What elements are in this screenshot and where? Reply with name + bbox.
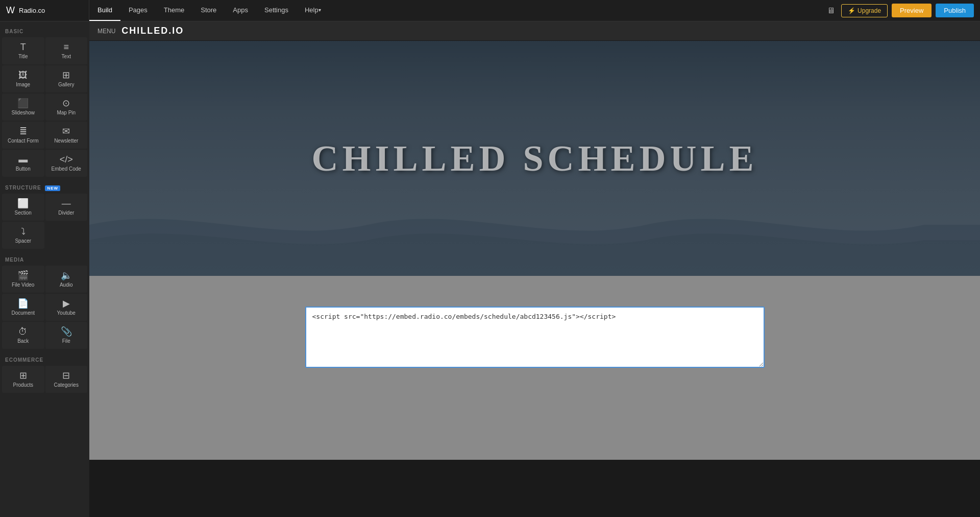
image-icon: 🖼: [18, 70, 28, 80]
sidebar: BASIC T Title ≡ Text 🖼 Image ⊞ Gallery ⬛…: [0, 21, 89, 517]
basic-grid: T Title ≡ Text 🖼 Image ⊞ Gallery ⬛ Slide…: [0, 36, 89, 178]
hero-title: CHILLED SCHEDULE: [311, 137, 757, 180]
content-section: <script src="https://embed.radio.co/embe…: [89, 276, 980, 460]
wave-svg: [89, 174, 980, 276]
sidebar-item-products[interactable]: ⊞ Products: [2, 366, 44, 393]
youtube-icon: ▶: [63, 299, 70, 308]
upgrade-button[interactable]: Upgrade: [841, 4, 888, 17]
hero-section: CHILLED SCHEDULE: [89, 41, 980, 276]
sidebar-item-divider[interactable]: — Divider: [45, 194, 88, 221]
menu-label: MENU: [97, 28, 115, 35]
site-logo-text: CHILLED.IO: [121, 26, 184, 36]
device-preview-icon[interactable]: 🖥: [827, 6, 835, 15]
audio-icon: 🔈: [61, 271, 72, 280]
nav-apps[interactable]: Apps: [225, 0, 256, 21]
sidebar-item-file-video[interactable]: 🎬 File Video: [2, 266, 44, 293]
sidebar-item-gallery[interactable]: ⊞ Gallery: [45, 65, 88, 92]
file-video-icon: 🎬: [17, 271, 29, 280]
document-icon: 📄: [17, 299, 29, 308]
categories-icon: ⊟: [62, 371, 70, 380]
embed-code-textarea[interactable]: <script src="https://embed.radio.co/embe…: [305, 307, 765, 368]
section-label-ecommerce: ECOMMERCE: [0, 352, 89, 365]
sidebar-item-back[interactable]: ⏱ Back: [2, 322, 44, 349]
sidebar-item-audio[interactable]: 🔈 Audio: [45, 266, 88, 293]
sidebar-item-map[interactable]: ⊙ Map Pin: [45, 93, 88, 121]
sidebar-item-contact-form[interactable]: ≣ Contact Form: [2, 122, 44, 149]
file-icon: 📎: [61, 327, 72, 336]
contact-form-icon: ≣: [19, 127, 27, 136]
sidebar-item-file[interactable]: 📎 File: [45, 322, 88, 349]
sidebar-item-youtube[interactable]: ▶ Youtube: [45, 294, 88, 321]
top-navigation: W Radio.co Build Pages Theme Store Apps …: [0, 0, 980, 21]
publish-button[interactable]: Publish: [936, 4, 974, 17]
new-badge: NEW: [45, 185, 60, 191]
nav-help[interactable]: Help: [297, 0, 329, 21]
nav-theme[interactable]: Theme: [156, 0, 192, 21]
media-grid: 🎬 File Video 🔈 Audio 📄 Document ▶ Youtub…: [0, 265, 89, 350]
sidebar-item-embed-code[interactable]: </> Embed Code: [45, 150, 88, 177]
top-nav-right: 🖥 Upgrade Preview Publish: [827, 4, 980, 17]
newsletter-icon: ✉: [62, 127, 70, 136]
preview-button[interactable]: Preview: [892, 4, 932, 17]
sidebar-item-spacer[interactable]: ⤵ Spacer: [2, 222, 44, 249]
map-icon: ⊙: [62, 99, 70, 108]
sidebar-item-categories[interactable]: ⊟ Categories: [45, 366, 88, 393]
spacer-icon: ⤵: [21, 227, 26, 236]
sidebar-item-newsletter[interactable]: ✉ Newsletter: [45, 122, 88, 149]
divider-icon: —: [62, 199, 71, 208]
nav-items: Build Pages Theme Store Apps Settings He…: [89, 0, 329, 21]
section-label-basic: BASIC: [0, 24, 89, 36]
page-header-bar: MENU CHILLED.IO: [89, 21, 980, 41]
sidebar-item-image[interactable]: 🖼 Image: [2, 65, 44, 92]
structure-grid: ⬜ Section — Divider ⤵ Spacer: [0, 193, 89, 250]
sidebar-item-document[interactable]: 📄 Document: [2, 294, 44, 321]
weebly-icon: W: [6, 5, 15, 16]
nav-pages[interactable]: Pages: [120, 0, 156, 21]
products-icon: ⊞: [19, 371, 27, 380]
section-icon: ⬜: [17, 199, 29, 208]
site-name: Radio.co: [19, 7, 45, 14]
title-icon: T: [20, 42, 26, 52]
nav-settings[interactable]: Settings: [256, 0, 297, 21]
section-label-media: MEDIA: [0, 252, 89, 265]
sidebar-item-slideshow[interactable]: ⬛ Slideshow: [2, 93, 44, 121]
logo-area: W Radio.co: [0, 0, 89, 21]
slideshow-icon: ⬛: [17, 99, 29, 108]
button-icon: ▬: [18, 155, 28, 164]
main-layout: BASIC T Title ≡ Text 🖼 Image ⊞ Gallery ⬛…: [0, 21, 980, 517]
back-icon: ⏱: [18, 327, 28, 336]
canvas: MENU CHILLED.IO CHILLED SCHEDULE <script…: [89, 21, 980, 517]
sidebar-item-button[interactable]: ▬ Button: [2, 150, 44, 177]
section-label-structure: STRUCTURE NEW: [0, 180, 89, 193]
gallery-icon: ⊞: [62, 70, 70, 80]
sidebar-item-section[interactable]: ⬜ Section: [2, 194, 44, 221]
nav-build[interactable]: Build: [89, 0, 120, 21]
ecommerce-grid: ⊞ Products ⊟ Categories: [0, 365, 89, 394]
embed-textarea-wrapper: <script src="https://embed.radio.co/embe…: [305, 307, 765, 370]
embed-code-icon: </>: [60, 155, 73, 164]
sidebar-item-text[interactable]: ≡ Text: [45, 37, 88, 64]
text-icon: ≡: [63, 42, 69, 52]
nav-store[interactable]: Store: [192, 0, 225, 21]
sidebar-item-title[interactable]: T Title: [2, 37, 44, 64]
